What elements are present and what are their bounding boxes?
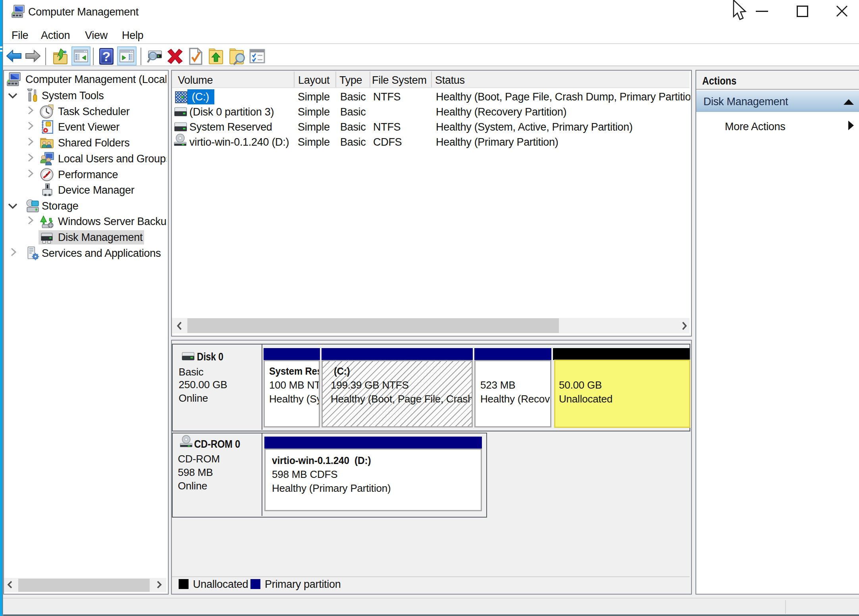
svg-text:?: ? bbox=[102, 49, 111, 64]
